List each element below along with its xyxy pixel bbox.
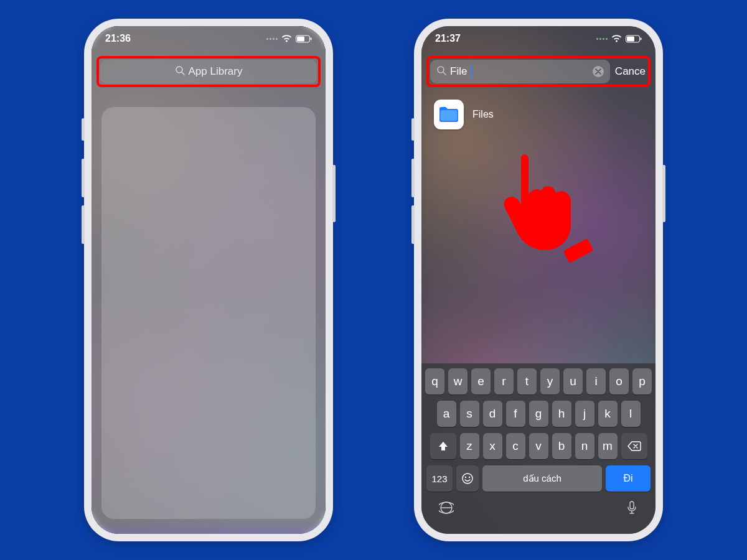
- key-g[interactable]: g: [529, 401, 548, 427]
- svg-rect-6: [627, 36, 634, 41]
- clear-search-icon[interactable]: [593, 66, 604, 77]
- search-result-item[interactable]: Files: [434, 100, 643, 129]
- screen-left: 21:36 App Library: [92, 26, 326, 534]
- power-button: [332, 165, 336, 222]
- globe-icon[interactable]: [439, 500, 454, 518]
- key-y[interactable]: y: [540, 368, 560, 394]
- key-b[interactable]: b: [552, 433, 571, 459]
- volume-button: [82, 118, 85, 141]
- volume-button: [411, 205, 415, 244]
- wifi-icon: [611, 35, 622, 43]
- power-button: [662, 165, 665, 222]
- key-v[interactable]: v: [529, 433, 548, 459]
- key-z[interactable]: z: [460, 433, 479, 459]
- key-m[interactable]: m: [598, 433, 618, 459]
- search-icon: [175, 65, 185, 78]
- volume-button: [411, 118, 415, 141]
- text-cursor: [471, 65, 472, 78]
- status-right: [266, 35, 312, 43]
- svg-line-9: [443, 72, 446, 75]
- key-k[interactable]: k: [598, 401, 618, 427]
- dock-edge: [92, 521, 326, 534]
- emoji-key[interactable]: [456, 465, 479, 492]
- key-e[interactable]: e: [471, 368, 491, 394]
- files-app-icon: [434, 100, 464, 129]
- key-a[interactable]: a: [437, 401, 456, 427]
- keyboard-row-1: qwertyuiop: [424, 368, 653, 394]
- signal-dots-icon: [596, 38, 608, 40]
- tap-indicator-icon: [496, 151, 602, 271]
- search-bar-container: File Cance: [430, 60, 647, 83]
- key-r[interactable]: r: [494, 368, 514, 394]
- search-bar-container: App Library: [100, 60, 317, 83]
- search-result-label: Files: [472, 109, 494, 120]
- key-n[interactable]: n: [575, 433, 594, 459]
- svg-rect-10: [441, 110, 458, 121]
- space-key[interactable]: dấu cách: [482, 465, 602, 492]
- status-time: 21:37: [435, 33, 461, 44]
- cancel-button[interactable]: Cance: [615, 65, 647, 78]
- keyboard-row-4: 123 dấu cách Đi: [424, 465, 653, 492]
- key-c[interactable]: c: [506, 433, 525, 459]
- svg-point-13: [465, 477, 466, 478]
- key-q[interactable]: q: [425, 368, 444, 394]
- wifi-icon: [281, 35, 292, 43]
- go-key[interactable]: Đi: [606, 465, 651, 492]
- key-o[interactable]: o: [609, 368, 629, 394]
- volume-button: [82, 159, 85, 197]
- volume-button: [82, 205, 85, 244]
- battery-icon: [296, 35, 312, 43]
- key-d[interactable]: d: [483, 401, 502, 427]
- status-time: 21:36: [105, 33, 131, 44]
- svg-point-14: [469, 477, 470, 478]
- keyboard-row-2: asdfghjkl: [424, 401, 653, 427]
- phone-left: 21:36 App Library: [84, 19, 333, 541]
- search-placeholder: App Library: [189, 65, 243, 78]
- key-l[interactable]: l: [621, 401, 641, 427]
- svg-rect-1: [297, 36, 304, 41]
- keyboard-footer: [424, 497, 653, 531]
- status-right: [596, 35, 642, 43]
- status-bar: 21:36: [92, 26, 326, 47]
- key-s[interactable]: s: [460, 401, 479, 427]
- svg-rect-7: [641, 37, 642, 40]
- key-i[interactable]: i: [586, 368, 606, 394]
- key-p[interactable]: p: [632, 368, 652, 394]
- keyboard-row-3: zxcvbnm: [424, 433, 653, 459]
- app-library-grid-blurred: [101, 107, 316, 519]
- backspace-key[interactable]: [621, 433, 647, 459]
- svg-point-12: [463, 474, 472, 483]
- svg-rect-16: [630, 502, 634, 509]
- key-x[interactable]: x: [483, 433, 502, 459]
- search-input-value: File: [450, 65, 467, 78]
- svg-rect-11: [563, 238, 593, 263]
- app-library-search[interactable]: App Library: [100, 60, 317, 83]
- key-j[interactable]: j: [575, 401, 594, 427]
- key-w[interactable]: w: [448, 368, 467, 394]
- screen-right: 21:37 File: [421, 26, 655, 534]
- numbers-key[interactable]: 123: [426, 465, 453, 492]
- shift-key[interactable]: [430, 433, 456, 459]
- mic-icon[interactable]: [626, 500, 638, 518]
- key-h[interactable]: h: [552, 401, 571, 427]
- key-f[interactable]: f: [506, 401, 525, 427]
- volume-button: [411, 159, 415, 197]
- key-u[interactable]: u: [563, 368, 583, 394]
- signal-dots-icon: [266, 38, 278, 40]
- battery-icon: [626, 35, 642, 43]
- search-icon: [436, 65, 446, 78]
- phone-right: 21:37 File: [414, 19, 663, 541]
- app-library-search[interactable]: File: [430, 60, 610, 83]
- status-bar: 21:37: [421, 26, 655, 47]
- keyboard: qwertyuiop asdfghjkl zxcvbnm 123 dấu các…: [421, 363, 655, 534]
- svg-line-4: [182, 72, 184, 75]
- key-t[interactable]: t: [517, 368, 537, 394]
- svg-rect-2: [311, 37, 312, 40]
